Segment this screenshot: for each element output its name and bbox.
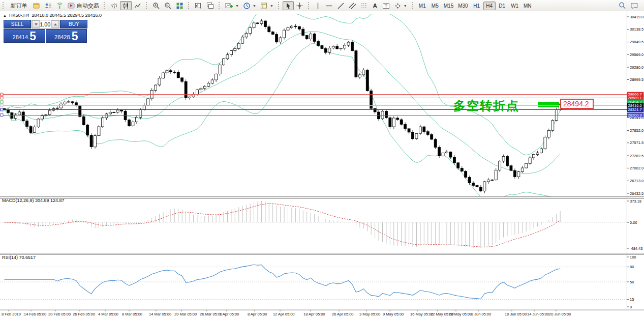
cursor-button[interactable] — [283, 1, 294, 10]
timeframe-h4[interactable]: H4 — [483, 2, 496, 10]
svg-text:27282.5: 27282.5 — [630, 154, 643, 158]
svg-text:15: 15 — [630, 297, 634, 302]
buy-price[interactable]: 28428.5 — [46, 29, 87, 43]
toolbar-grip — [146, 2, 148, 9]
svg-text:0.00: 0.00 — [630, 220, 637, 225]
svg-text:27571.5: 27571.5 — [630, 140, 643, 145]
zoom-out-button[interactable] — [162, 1, 174, 10]
svg-text:20 Mar 05:00: 20 Mar 05:00 — [174, 312, 197, 316]
svg-text:50: 50 — [630, 280, 634, 284]
timeframe-m5[interactable]: M5 — [429, 2, 441, 10]
svg-text:28999.5: 28999.5 — [630, 77, 643, 82]
timeframe-m30[interactable]: M30 — [456, 2, 470, 10]
svg-text:29849.5: 29849.5 — [630, 40, 643, 44]
horizontal-line-button[interactable] — [323, 1, 335, 10]
text-label-button[interactable] — [380, 1, 392, 10]
volume-increase-button[interactable] — [51, 20, 59, 28]
highlight-rect — [538, 102, 559, 107]
ohlc-quote-label: 28418.0 28445.5 28294.5 28416.0 — [32, 13, 102, 18]
svg-text:100: 100 — [630, 255, 636, 259]
candlestick-button[interactable] — [120, 1, 132, 10]
new-chart-button[interactable] — [193, 1, 204, 10]
svg-text:18 Apr 05:00: 18 Apr 05:00 — [303, 312, 325, 316]
svg-text:4 Mar 05:00: 4 Mar 05:00 — [98, 312, 118, 316]
chevron-down-icon: ▼ — [270, 4, 273, 8]
svg-text:10 Jun 05:00: 10 Jun 05:00 — [505, 312, 527, 316]
svg-text:26 Apr 05:00: 26 Apr 05:00 — [332, 312, 354, 316]
navigator-icon[interactable] — [54, 1, 66, 10]
crosshair-button[interactable] — [294, 1, 305, 10]
text-button[interactable]: A — [370, 1, 380, 10]
buy-button[interactable]: BUY — [60, 20, 87, 28]
arrow-down-icon — [35, 23, 38, 25]
rsi-label: RSI(14) 70.6517 — [2, 255, 36, 260]
chevron-down-icon: ▼ — [235, 4, 239, 8]
chart-header: ▲ HK50-,H4 28418.0 28445.5 28294.5 28416… — [3, 13, 102, 18]
periods-button[interactable]: ▼ — [241, 1, 258, 10]
sell-price[interactable]: 28414.5 — [4, 29, 45, 43]
svg-text:1 Apr 05:00: 1 Apr 05:00 — [220, 312, 239, 316]
toolbar-grip — [3, 2, 5, 9]
arrows-button[interactable]: ▼ — [392, 1, 409, 10]
trendline-button[interactable] — [335, 1, 347, 10]
svg-text:3 Jun 05:00: 3 Jun 05:00 — [471, 312, 491, 316]
line-chart-button[interactable] — [132, 1, 143, 10]
chart-canvas[interactable]: 多空转折点28494.230419.030138.529849.529569.0… — [0, 11, 644, 318]
toolbar-grip — [308, 2, 311, 9]
chevron-down-icon: ▼ — [404, 4, 407, 8]
toolbar-grip — [278, 2, 281, 9]
feedback-icon[interactable] — [628, 1, 641, 10]
annotation-text: 多空转折点 — [453, 99, 519, 112]
fibonacci-button[interactable] — [358, 1, 370, 10]
svg-text:28 May 05:00: 28 May 05:00 — [449, 312, 472, 316]
indicators-button[interactable]: ▼ — [223, 1, 241, 10]
timeframe-h1[interactable]: H1 — [471, 2, 483, 10]
volume-decrease-button[interactable] — [32, 20, 40, 28]
svg-text:8 Mar 05:00: 8 Mar 05:00 — [122, 312, 142, 316]
tile-windows-button[interactable] — [174, 1, 186, 10]
timeframe-w1[interactable]: W1 — [509, 2, 521, 10]
chevron-down-icon: ▼ — [253, 4, 256, 8]
volume-input[interactable]: 1.00 — [40, 20, 51, 28]
svg-text:8 Feb 2019: 8 Feb 2019 — [2, 312, 21, 316]
svg-text:26 Feb 05:00: 26 Feb 05:00 — [73, 312, 95, 316]
zoom-in-button[interactable] — [150, 1, 162, 10]
data-window-icon[interactable] — [42, 1, 54, 10]
svg-text:0: 0 — [630, 305, 632, 309]
arrow-up-icon — [54, 23, 57, 25]
templates-button[interactable]: ▼ — [258, 1, 275, 10]
svg-text:-484.43: -484.43 — [630, 246, 642, 251]
svg-text:28200.9: 28200.9 — [628, 113, 642, 118]
svg-text:12 Apr 05:00: 12 Apr 05:00 — [273, 312, 295, 316]
timeframe-d1[interactable]: D1 — [496, 2, 508, 10]
svg-text:20 Feb 05:00: 20 Feb 05:00 — [48, 312, 71, 316]
vertical-line-button[interactable] — [313, 1, 323, 10]
equidistant-channel-button[interactable] — [347, 1, 358, 10]
market-watch-icon[interactable] — [30, 1, 42, 10]
svg-text:29280.0: 29280.0 — [630, 65, 643, 70]
toolbar-grip — [219, 2, 221, 9]
timeframe-m15[interactable]: M15 — [442, 2, 455, 10]
search-icon[interactable] — [616, 1, 628, 10]
svg-text:26432.5: 26432.5 — [630, 191, 643, 196]
new-order-button[interactable]: 新订单 — [7, 1, 30, 10]
svg-text:14 Jun 05:00: 14 Jun 05:00 — [527, 312, 549, 316]
svg-text:14 Mar 05:00: 14 Mar 05:00 — [149, 312, 171, 316]
svg-text:30419.0: 30419.0 — [630, 15, 643, 19]
svg-text:20 Jun 05:00: 20 Jun 05:00 — [549, 312, 571, 316]
timeframe-mn[interactable]: MN — [522, 2, 534, 10]
one-click-trading-panel: SELL 1.00 BUY 28414.5 28428.5 — [4, 20, 87, 43]
profiles-button[interactable] — [204, 1, 216, 10]
auto-trading-button[interactable]: 自动交易 — [66, 1, 101, 10]
svg-text:3 May 05:00: 3 May 05:00 — [359, 312, 380, 316]
bar-chart-button[interactable] — [108, 1, 120, 10]
timeframe-m1[interactable]: M1 — [416, 2, 428, 10]
svg-text:28321.7: 28321.7 — [628, 107, 642, 112]
svg-text:14 Feb 05:00: 14 Feb 05:00 — [24, 312, 46, 316]
collapse-icon[interactable]: ▲ — [3, 14, 7, 17]
sell-button[interactable]: SELL — [4, 20, 31, 28]
svg-text:80: 80 — [630, 265, 634, 269]
svg-text:8 Apr 05:00: 8 Apr 05:00 — [248, 312, 267, 316]
svg-text:26 Mar 05:00: 26 Mar 05:00 — [200, 312, 222, 316]
svg-text:9 May 05:00: 9 May 05:00 — [383, 312, 404, 316]
